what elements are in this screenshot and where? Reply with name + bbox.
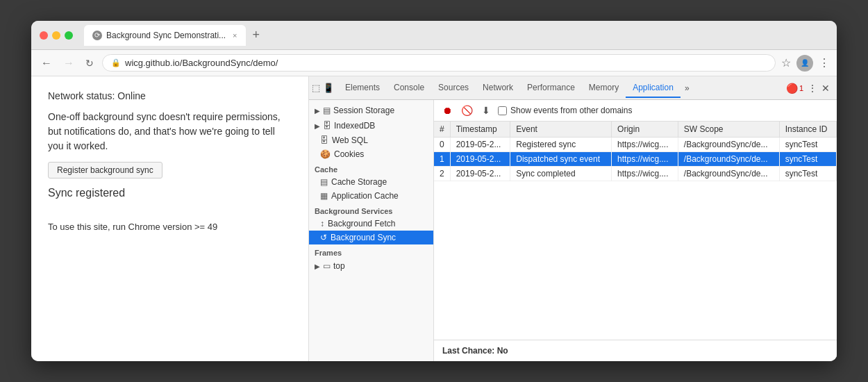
tab-performance[interactable]: Performance	[520, 78, 582, 98]
devtools-more-button[interactable]: ⋮	[808, 83, 817, 94]
new-tab-button[interactable]: +	[249, 28, 265, 42]
sidebar-group-session-storage[interactable]: ▶ ▤ Session Storage	[309, 103, 433, 118]
expand-icon: ▶	[315, 107, 320, 115]
frames-section-header: Frames	[309, 244, 433, 258]
cell-event: Registered sync	[510, 138, 612, 152]
cell-event: Sync completed	[510, 167, 612, 181]
active-tab[interactable]: ⟳ Background Sync Demonstrati... ×	[84, 25, 246, 46]
tab-console[interactable]: Console	[387, 78, 431, 98]
col-header-timestamp: Timestamp	[450, 122, 510, 138]
page-content: Network status: Online One-off backgroun…	[31, 76, 309, 361]
devtools-panel: ⬚ 📱 Elements Console Sources Network Per…	[309, 76, 837, 361]
sidebar-item-label: Cookies	[334, 149, 364, 159]
register-background-sync-button[interactable]: Register background sync	[48, 162, 162, 178]
sync-registered-label: Sync registered	[48, 187, 292, 199]
sidebar-item-cache-storage[interactable]: ▤ Cache Storage	[309, 175, 433, 189]
profile-avatar[interactable]: 👤	[796, 55, 813, 72]
back-button[interactable]: ←	[38, 56, 55, 71]
clear-button[interactable]: 🚫	[459, 103, 474, 118]
sidebar-item-background-fetch[interactable]: ↕ Background Fetch	[309, 217, 433, 231]
sidebar-item-websql[interactable]: 🗄 Web SQL	[309, 133, 433, 147]
show-other-domains-checkbox[interactable]	[498, 106, 507, 115]
sidebar-item-label: IndexedDB	[334, 121, 375, 131]
show-other-domains-label: Show events from other domains	[510, 106, 632, 115]
tab-application[interactable]: Application	[626, 78, 681, 98]
sync-events-table-container: # Timestamp Event Origin SW Scope Instan…	[434, 122, 837, 340]
tab-sources[interactable]: Sources	[431, 78, 476, 98]
minimize-traffic-light[interactable]	[52, 31, 60, 40]
download-button[interactable]: ⬇	[478, 103, 494, 118]
cell-sw-scope: /BackgroundSync/de...	[678, 138, 779, 152]
col-header-num: #	[434, 122, 450, 138]
address-bar: ← → ↻ 🔒 wicg.github.io/BackgroundSync/de…	[31, 50, 837, 76]
close-traffic-light[interactable]	[40, 31, 48, 40]
devtools-close-button[interactable]: ✕	[821, 83, 830, 94]
tab-favicon: ⟳	[92, 31, 102, 40]
background-fetch-icon: ↕	[320, 219, 324, 229]
title-bar: ⟳ Background Sync Demonstrati... × +	[31, 21, 837, 50]
tab-title: Background Sync Demonstrati...	[106, 31, 226, 40]
tab-network[interactable]: Network	[476, 78, 520, 98]
sidebar-group-frames-top[interactable]: ▶ ▭ top	[309, 258, 433, 274]
page-description: One-off background sync doesn't require …	[48, 110, 292, 153]
menu-button[interactable]: ⋮	[819, 56, 830, 69]
more-tabs-button[interactable]: »	[681, 83, 694, 93]
bookmark-button[interactable]: ☆	[781, 56, 791, 69]
background-sync-icon: ↺	[320, 233, 327, 242]
url-bar[interactable]: 🔒 wicg.github.io/BackgroundSync/demo/	[102, 54, 776, 72]
session-storage-icon: ▤	[323, 106, 331, 115]
cell-instance-id: syncTest	[779, 152, 836, 167]
frame-icon: ▭	[323, 261, 331, 271]
table-row[interactable]: 2 2019-05-2... Sync completed https://wi…	[434, 167, 837, 181]
cell-sw-scope: /BackgroundSync/de...	[678, 152, 779, 167]
maximize-traffic-light[interactable]	[65, 31, 73, 40]
sidebar-item-label: top	[333, 261, 345, 271]
url-text: wicg.github.io/BackgroundSync/demo/	[125, 58, 278, 68]
record-button[interactable]: ⏺	[440, 103, 455, 118]
sidebar-item-cookies[interactable]: 🍪 Cookies	[309, 147, 433, 161]
last-chance-section: Last Chance: No	[434, 340, 837, 361]
cell-origin: https://wicg....	[612, 167, 678, 181]
traffic-lights	[40, 31, 73, 40]
col-header-event: Event	[510, 122, 612, 138]
chrome-version-notice: To use this site, run Chrome version >= …	[48, 222, 292, 232]
cookies-icon: 🍪	[320, 149, 331, 159]
cache-section-header: Cache	[309, 161, 433, 175]
col-header-instance-id: Instance ID	[779, 122, 836, 138]
expand-icon: ▶	[315, 122, 320, 130]
forward-button[interactable]: →	[60, 56, 77, 71]
sync-events-table: # Timestamp Event Origin SW Scope Instan…	[434, 122, 837, 181]
cell-event: Dispatched sync event	[510, 152, 612, 167]
reload-button[interactable]: ↻	[83, 56, 97, 70]
devtools-sidebar: ▶ ▤ Session Storage ▶ 🗄 IndexedDB 🗄 Web …	[309, 100, 434, 361]
devtools-device-icon[interactable]: 📱	[323, 83, 334, 93]
table-row[interactable]: 1 2019-05-2... Dispatched sync event htt…	[434, 152, 837, 167]
cell-sw-scope: /BackgroundSync/de...	[678, 167, 779, 181]
cell-origin: https://wicg....	[612, 138, 678, 152]
cell-num: 0	[434, 138, 450, 152]
websql-icon: 🗄	[320, 135, 328, 145]
expand-icon: ▶	[315, 263, 320, 270]
devtools-tab-bar: ⬚ 📱 Elements Console Sources Network Per…	[309, 76, 837, 100]
devtools-top-icons: ⋮ ✕	[803, 83, 834, 94]
cell-instance-id: syncTest	[779, 167, 836, 181]
cell-timestamp: 2019-05-2...	[450, 152, 510, 167]
sidebar-item-label: Background Fetch	[328, 219, 395, 229]
browser-window: ⟳ Background Sync Demonstrati... × + ← →…	[31, 21, 837, 361]
cell-num: 1	[434, 152, 450, 167]
network-status: Network status: Online	[48, 90, 292, 101]
tab-elements[interactable]: Elements	[338, 78, 387, 98]
show-other-domains-checkbox-label[interactable]: Show events from other domains	[498, 106, 632, 115]
sidebar-item-background-sync[interactable]: ↺ Background Sync	[309, 231, 433, 244]
devtools-inspect-icon[interactable]: ⬚	[312, 83, 320, 93]
tab-memory[interactable]: Memory	[582, 78, 626, 98]
devtools-body: ▶ ▤ Session Storage ▶ 🗄 IndexedDB 🗄 Web …	[309, 100, 837, 361]
sidebar-item-label: Background Sync	[331, 233, 396, 242]
sidebar-item-application-cache[interactable]: ▦ Application Cache	[309, 189, 433, 203]
sidebar-item-label: Cache Storage	[331, 177, 387, 187]
col-header-origin: Origin	[612, 122, 678, 138]
cell-timestamp: 2019-05-2...	[450, 167, 510, 181]
tab-close-button[interactable]: ×	[233, 31, 237, 40]
sidebar-group-indexeddb[interactable]: ▶ 🗄 IndexedDB	[309, 118, 433, 133]
table-row[interactable]: 0 2019-05-2... Registered sync https://w…	[434, 138, 837, 152]
